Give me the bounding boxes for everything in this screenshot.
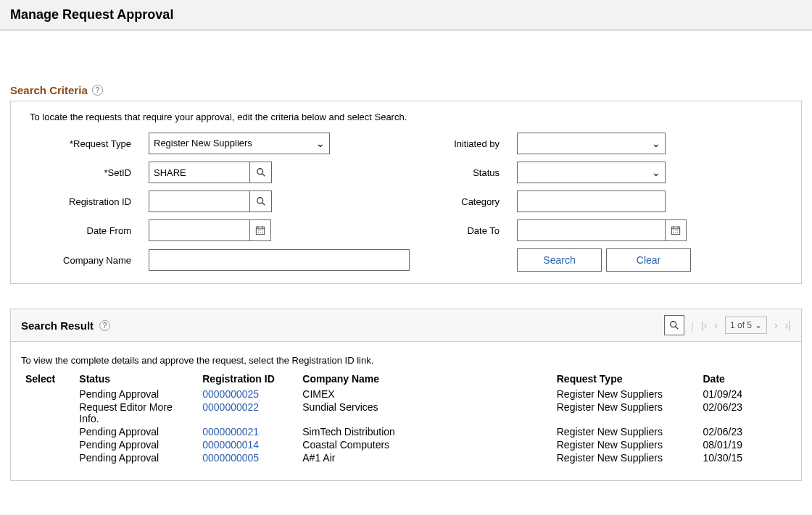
registration-id-lookup-button[interactable] [250,190,272,212]
chevron-down-icon: ⌄ [316,133,325,154]
cell-company: CIMEX [298,388,552,401]
svg-line-25 [675,327,678,330]
chevron-down-icon: ⌄ [652,138,660,149]
svg-point-0 [257,169,262,175]
date-from-input[interactable] [149,219,250,241]
table-row: Pending Approval 0000000021 SimTech Dist… [21,425,791,438]
result-pagination: | |‹ ‹ 1 of 5 ⌄ › ›| [664,315,791,335]
cell-status: Pending Approval [75,388,198,401]
calendar-icon [671,225,681,235]
search-criteria-desc: To locate the requests that require your… [30,112,782,122]
col-select: Select [21,370,75,388]
registration-id-link[interactable]: 0000000005 [202,452,259,464]
svg-point-12 [260,232,260,233]
cell-date: 08/01/19 [699,438,792,451]
search-result-body: To view the complete details and approve… [10,342,802,481]
chevron-down-icon: ⌄ [755,320,762,330]
cell-company: A#1 Air [298,451,552,464]
svg-point-8 [258,230,259,230]
cell-date: 10/30/15 [699,451,792,464]
cell-status: Request Editor More Info. [75,401,198,425]
setid-lookup-button[interactable] [250,162,272,183]
cell-type: Register New Suppliers [552,425,699,438]
cell-type: Register New Suppliers [552,438,699,451]
search-icon [256,196,266,206]
cell-company: Sundial Services [298,401,552,425]
col-request-type: Request Type [552,370,699,388]
registration-id-link[interactable]: 0000000025 [202,388,259,400]
help-icon[interactable]: ? [99,320,110,331]
search-icon [669,320,679,330]
status-label: Status [420,167,514,178]
cell-status: Pending Approval [75,438,198,451]
col-company-name: Company Name [298,370,552,388]
search-button[interactable]: Search [517,248,602,272]
request-type-select[interactable]: Register New Suppliers ⌄ [149,133,330,154]
search-criteria-panel: To locate the requests that require your… [10,101,802,284]
col-status: Status [75,370,198,388]
status-select[interactable]: ⌄ [517,162,666,183]
help-icon[interactable]: ? [92,85,103,96]
request-type-label: *Request Type [30,138,146,149]
svg-point-23 [677,232,678,233]
setid-input[interactable] [149,162,250,183]
clear-button[interactable]: Clear [606,248,691,272]
category-label: Category [420,196,514,207]
company-name-label: Company Name [30,255,146,266]
col-date: Date [699,370,792,388]
svg-point-2 [257,198,262,204]
category-input[interactable] [517,190,666,212]
svg-point-21 [674,232,674,233]
date-from-label: Date From [30,225,146,236]
last-page-icon[interactable]: ›| [785,319,791,331]
date-to-input[interactable] [517,219,666,241]
cell-company: SimTech Distribution [298,425,552,438]
svg-point-11 [258,232,259,233]
svg-point-20 [677,230,678,230]
search-icon [256,167,266,177]
table-row: Pending Approval 0000000014 Coastal Comp… [21,438,791,451]
cell-type: Register New Suppliers [552,401,699,425]
result-search-button[interactable] [664,315,684,335]
result-desc: To view the complete details and approve… [21,355,791,366]
prev-page-icon[interactable]: ‹ [714,319,718,331]
company-name-input[interactable] [149,249,410,271]
first-page-icon[interactable]: |‹ [701,319,707,331]
date-to-calendar-button[interactable] [665,219,687,241]
cell-date: 02/06/23 [699,425,792,438]
date-to-label: Date To [420,225,514,236]
cell-status: Pending Approval [75,425,198,438]
results-table: Select Status Registration ID Company Na… [21,370,791,464]
cell-type: Register New Suppliers [552,388,699,401]
page-title: Manage Request Approval [10,7,802,22]
chevron-down-icon: ⌄ [652,167,660,178]
date-from-calendar-button[interactable] [249,219,271,241]
svg-point-19 [675,230,676,230]
col-registration-id: Registration ID [198,370,298,388]
svg-point-24 [670,322,676,327]
cell-date: 02/06/23 [699,401,792,425]
svg-point-9 [260,230,260,230]
search-result-title: Search Result ? [21,319,110,332]
svg-point-10 [262,230,262,230]
setid-label: *SetID [30,167,146,178]
initiated-by-label: Initiated by [420,138,514,149]
initiated-by-select[interactable]: ⌄ [517,133,666,154]
cell-status: Pending Approval [75,451,198,464]
table-row: Pending Approval 0000000005 A#1 Air Regi… [21,451,791,464]
registration-id-link[interactable]: 0000000022 [202,401,259,413]
search-criteria-title: Search Criteria ? [10,84,802,96]
cell-type: Register New Suppliers [552,451,699,464]
registration-id-link[interactable]: 0000000014 [202,439,259,451]
registration-id-input[interactable] [149,190,250,212]
svg-point-18 [674,230,674,230]
pager-dropdown[interactable]: 1 of 5 ⌄ [725,317,767,334]
table-row: Pending Approval 0000000025 CIMEX Regist… [21,388,791,401]
calendar-icon [255,225,265,235]
next-page-icon[interactable]: › [774,319,778,331]
search-result-header: Search Result ? | |‹ ‹ 1 of 5 ⌄ › ›| [10,309,802,342]
cell-date: 01/09/24 [699,388,792,401]
table-row: Request Editor More Info. 0000000022 Sun… [21,401,791,425]
registration-id-link[interactable]: 0000000021 [202,426,259,437]
svg-point-22 [675,232,676,233]
